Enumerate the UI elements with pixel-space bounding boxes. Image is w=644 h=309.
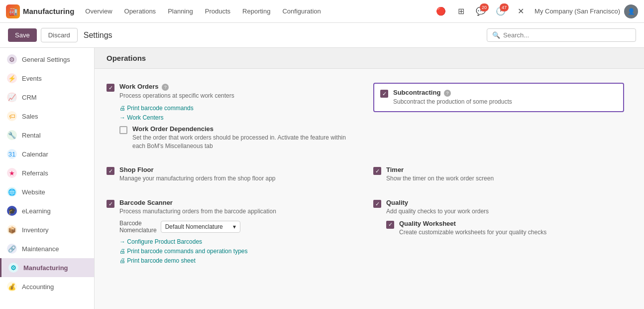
shop-floor-setting: Shop Floor Manage your manufacturing ord…	[107, 160, 365, 189]
operations-section-header: Operations	[95, 48, 644, 69]
subcontracting-help-icon[interactable]: ?	[444, 90, 451, 97]
company-name: My Company (San Francisco)	[535, 7, 620, 15]
sidebar-label-referrals: Referrals	[22, 169, 48, 177]
activity-icon[interactable]: 🕐47	[493, 3, 509, 19]
timer-desc: Show the timer on the work order screen	[386, 174, 494, 183]
barcode-scanner-title: Barcode Scanner	[119, 199, 173, 206]
work-orders-row: Work Orders ? Process operations at spec…	[107, 83, 357, 100]
print-barcode-demo-link[interactable]: 🖨 Print barcode demo sheet	[119, 257, 196, 264]
sidebar-item-accounting[interactable]: 💰 Accounting	[0, 277, 94, 296]
accounting-icon: 💰	[7, 282, 17, 292]
nav-reporting[interactable]: Reporting	[237, 4, 275, 18]
close-icon[interactable]: ✕	[513, 3, 529, 19]
barcode-nomenclature-row: BarcodeNomenclature Default Nomenclature…	[119, 220, 357, 234]
sidebar-label-maintenance: Maintenance	[22, 245, 59, 253]
nav-configuration[interactable]: Configuration	[277, 4, 325, 18]
chat-icon[interactable]: 💬20	[473, 3, 489, 19]
chat-badge: 20	[480, 3, 489, 11]
events-icon: ⚡	[7, 73, 17, 83]
sidebar-item-general-settings[interactable]: ⚙ General Settings	[0, 50, 94, 69]
maintenance-icon: 🔗	[7, 244, 17, 254]
nav-icons: 🔴 ⊞ 💬20 🕐47 ✕ My Company (San Francisco)…	[433, 3, 638, 19]
work-order-deps-row: Work Order Dependencies Set the order th…	[119, 125, 357, 151]
shop-floor-title: Shop Floor	[119, 166, 154, 173]
sidebar-item-referrals[interactable]: ★ Referrals	[0, 163, 94, 182]
barcode-scanner-desc: Process manufacturing orders from the ba…	[119, 207, 276, 216]
discard-button[interactable]: Discard	[41, 28, 78, 42]
quality-worksheet-desc: Create customizable worksheets for your …	[399, 228, 546, 237]
work-order-deps-desc: Set the order that work orders should be…	[132, 134, 357, 151]
save-button[interactable]: Save	[8, 28, 37, 42]
work-orders-checkbox[interactable]	[107, 84, 114, 92]
work-centers-link[interactable]: → Work Centers	[119, 114, 163, 121]
quality-worksheet-checkbox[interactable]	[386, 221, 394, 229]
chevron-down-icon: ▾	[233, 223, 236, 230]
configure-product-barcodes-link[interactable]: → Configure Product Barcodes	[119, 238, 202, 245]
sidebar-label-calendar: Calendar	[22, 151, 48, 158]
print-barcode-operations-link[interactable]: 🖨 Print barcode commands and operation t…	[119, 248, 247, 255]
barcode-nomenclature-value: Default Nomenclature	[165, 223, 223, 230]
work-orders-setting: Work Orders ? Process operations at spec…	[107, 77, 365, 156]
sidebar-item-crm[interactable]: 📈 CRM	[0, 88, 94, 107]
quality-checkbox[interactable]	[373, 200, 381, 208]
sidebar-label-events: Events	[22, 75, 42, 82]
sales-icon: 🏷	[7, 111, 17, 121]
work-order-deps-setting: Work Order Dependencies Set the order th…	[119, 125, 357, 151]
work-order-deps-title: Work Order Dependencies	[132, 125, 214, 133]
sidebar-item-rental[interactable]: 🔧 Rental	[0, 126, 94, 145]
search-input[interactable]	[503, 31, 631, 39]
quality-worksheet-row: Quality Worksheet Create customizable wo…	[386, 220, 624, 237]
red-circle-icon[interactable]: 🔴	[433, 3, 449, 19]
sidebar: ⚙ General Settings ⚡ Events 📈 CRM 🏷 Sale…	[0, 48, 95, 309]
settings-grid-icon[interactable]: ⊞	[453, 3, 469, 19]
app-logo-icon: 🏭	[6, 4, 20, 18]
website-icon: 🌐	[7, 187, 17, 197]
operations-title: Operations	[107, 54, 146, 62]
search-box: 🔍	[487, 28, 636, 42]
timer-setting: Timer Show the timer on the work order s…	[373, 160, 632, 189]
sidebar-item-maintenance[interactable]: 🔗 Maintenance	[0, 239, 94, 258]
sidebar-label-rental: Rental	[22, 132, 41, 139]
sidebar-item-sales[interactable]: 🏷 Sales	[0, 107, 94, 126]
toolbar: Save Discard Settings 🔍	[0, 23, 644, 48]
quality-title: Quality	[386, 199, 408, 206]
main-layout: ⚙ General Settings ⚡ Events 📈 CRM 🏷 Sale…	[0, 48, 644, 309]
quality-row: Quality Add quality checks to your work …	[373, 199, 624, 216]
general-settings-icon: ⚙	[7, 54, 17, 64]
work-orders-help-icon[interactable]: ?	[162, 84, 169, 91]
sidebar-item-inventory[interactable]: 📦 Inventory	[0, 220, 94, 239]
app-title: Manufacturing	[23, 7, 74, 15]
activity-badge: 47	[500, 3, 509, 11]
elearning-icon: 🎓	[7, 206, 17, 216]
nav-products[interactable]: Products	[200, 4, 235, 18]
barcode-scanner-checkbox[interactable]	[107, 200, 114, 208]
barcode-nomenclature-select[interactable]: Default Nomenclature ▾	[161, 221, 240, 233]
sidebar-label-manufacturing: Manufacturing	[23, 264, 68, 272]
nav-overview[interactable]: Overview	[80, 4, 117, 18]
rental-icon: 🔧	[7, 130, 17, 140]
sidebar-label-elearning: eLearning	[22, 207, 51, 215]
nav-operations[interactable]: Operations	[119, 4, 161, 18]
work-order-deps-checkbox[interactable]	[119, 126, 127, 134]
company-info: My Company (San Francisco)	[535, 7, 620, 15]
sidebar-label-general: General Settings	[22, 56, 70, 63]
settings-content: Work Orders ? Process operations at spec…	[95, 69, 644, 282]
sidebar-item-calendar[interactable]: 31 Calendar	[0, 145, 94, 163]
print-barcode-link[interactable]: 🖨 Print barcode commands	[119, 105, 194, 112]
sidebar-item-website[interactable]: 🌐 Website	[0, 182, 94, 201]
shop-floor-checkbox[interactable]	[107, 167, 114, 175]
sidebar-item-manufacturing[interactable]: ⚙ Manufacturing	[0, 258, 94, 277]
barcode-scanner-setting: Barcode Scanner Process manufacturing or…	[107, 193, 365, 270]
sidebar-item-elearning[interactable]: 🎓 eLearning	[0, 201, 94, 220]
subcontracting-highlight-box: Subcontracting ? Subcontract the product…	[373, 83, 624, 112]
work-orders-desc: Process operations at specific work cent…	[119, 92, 234, 100]
sidebar-label-accounting: Accounting	[22, 283, 54, 291]
nav-planning[interactable]: Planning	[163, 4, 198, 18]
subcontracting-row: Subcontracting ? Subcontract the product…	[380, 89, 617, 106]
subcontracting-checkbox[interactable]	[380, 90, 388, 98]
timer-checkbox[interactable]	[373, 167, 381, 175]
shop-floor-row: Shop Floor Manage your manufacturing ord…	[107, 166, 357, 183]
sidebar-item-events[interactable]: ⚡ Events	[0, 69, 94, 88]
sidebar-label-crm: CRM	[22, 94, 37, 101]
avatar[interactable]: 👤	[624, 4, 638, 18]
